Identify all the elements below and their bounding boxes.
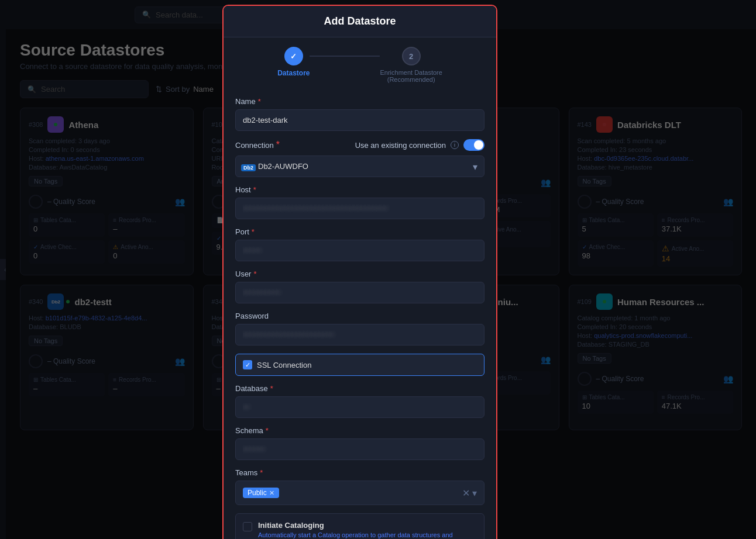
toggle-knob <box>474 140 483 150</box>
db2-badge: Db2 <box>241 164 256 171</box>
modal-header: Add Datastore <box>224 6 496 37</box>
port-group: Port * <box>235 227 484 261</box>
password-label: Password <box>235 312 484 320</box>
name-group: Name * <box>235 97 484 131</box>
modal-title: Add Datastore <box>324 15 396 27</box>
toggle-switch[interactable] <box>463 139 484 151</box>
name-label: Name * <box>235 97 484 106</box>
initiate-desc: Automatically start a Catalog operation … <box>258 531 477 539</box>
port-label: Port * <box>235 227 484 236</box>
step-connector <box>310 56 380 57</box>
connection-select-wrapper: Db2 Db2-AUWDFO ▾ <box>235 156 484 177</box>
host-label: Host * <box>235 185 484 194</box>
schema-label: Schema * <box>235 426 484 435</box>
name-input[interactable] <box>235 109 484 131</box>
port-input[interactable] <box>235 240 484 261</box>
connection-left: Connection * <box>235 140 280 150</box>
teams-group: Teams * Public ✕ ✕ ▾ <box>235 468 484 505</box>
ssl-row: ✓ SSL Connection <box>235 354 484 376</box>
teams-required: * <box>260 468 263 477</box>
teams-clear-icon: ✕ <box>462 488 470 499</box>
initiate-checkbox[interactable] <box>243 522 252 531</box>
stepper: ✓ Datastore 2 Enrichment Datastore (Reco… <box>224 37 496 88</box>
initiate-content: Initiate Cataloging Automatically start … <box>258 521 477 539</box>
step-2-label: Enrichment Datastore (Recommended) <box>380 69 442 83</box>
user-required: * <box>253 270 256 278</box>
initiate-cataloging-row: Initiate Cataloging Automatically start … <box>235 513 484 539</box>
connection-right: Use an existing connection i <box>355 139 484 151</box>
team-tag-label: Public <box>248 489 267 497</box>
user-input[interactable] <box>235 282 484 303</box>
user-label: User * <box>235 270 484 278</box>
schema-input[interactable] <box>235 438 484 460</box>
teams-input[interactable]: Public ✕ ✕ ▾ <box>235 481 484 505</box>
step-2: 2 Enrichment Datastore (Recommended) <box>380 47 442 83</box>
add-datastore-modal: Add Datastore ✓ Datastore 2 Enrichment D… <box>222 5 497 539</box>
host-input[interactable] <box>235 198 484 219</box>
user-group: User * <box>235 270 484 303</box>
port-required: * <box>252 227 255 236</box>
ssl-label: SSL Connection <box>257 361 311 369</box>
db-required: * <box>270 384 273 393</box>
step-1-circle: ✓ <box>284 47 303 65</box>
use-existing-label: Use an existing connection <box>355 141 446 150</box>
step-2-circle: 2 <box>402 47 421 65</box>
database-input[interactable] <box>235 396 484 418</box>
team-tag-public: Public ✕ <box>243 488 279 498</box>
database-label: Database * <box>235 384 484 393</box>
ssl-checkbox[interactable]: ✓ <box>243 360 252 369</box>
teams-dropdown-icon: ▾ <box>472 488 477 499</box>
initiate-title: Initiate Cataloging <box>258 521 477 530</box>
database-group: Database * <box>235 384 484 418</box>
connection-label: Connection <box>235 141 274 150</box>
connection-group: Connection * Use an existing connection … <box>235 139 484 177</box>
step-1-label: Datastore <box>277 69 310 77</box>
schema-required: * <box>266 426 269 435</box>
step-1: ✓ Datastore <box>277 47 310 77</box>
schema-group: Schema * <box>235 426 484 460</box>
password-input[interactable] <box>235 324 484 345</box>
db2-icon: Db2 <box>241 161 256 172</box>
team-tag-remove[interactable]: ✕ <box>269 489 274 497</box>
name-required: * <box>258 97 261 106</box>
step-1-check: ✓ <box>290 52 297 61</box>
info-icon[interactable]: i <box>451 141 459 149</box>
connection-required: * <box>276 140 280 150</box>
password-group: Password <box>235 312 484 345</box>
connection-select[interactable]: Db2-AUWDFO <box>235 156 484 177</box>
host-group: Host * <box>235 185 484 219</box>
teams-label: Teams * <box>235 468 484 477</box>
connection-row: Connection * Use an existing connection … <box>235 139 484 151</box>
host-required: * <box>253 185 256 194</box>
teams-clear[interactable]: ✕ ▾ <box>462 488 477 499</box>
modal-body: Name * Connection * Use an existing conn… <box>224 88 496 539</box>
